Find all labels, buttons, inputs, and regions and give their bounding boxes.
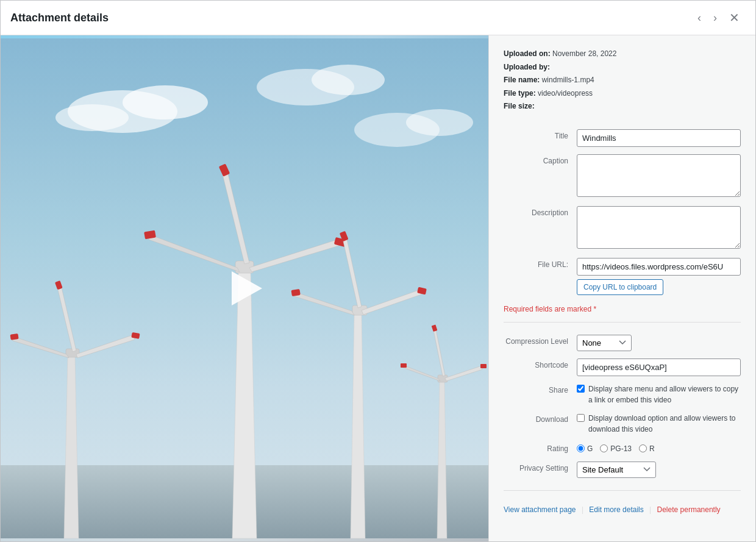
compression-field-cell: None Low Medium High xyxy=(577,331,741,355)
rating-g-radio[interactable] xyxy=(577,444,585,452)
description-label: Description xyxy=(504,202,577,254)
title-row: Title xyxy=(504,126,741,151)
copy-url-button[interactable]: Copy URL to clipboard xyxy=(577,279,663,295)
download-checkbox[interactable] xyxy=(577,414,585,422)
download-checkbox-label[interactable]: Display download option and allow viewer… xyxy=(588,413,741,435)
view-attachment-link[interactable]: View attachment page xyxy=(504,505,576,514)
download-label: Download xyxy=(504,409,577,438)
shortcode-field-cell xyxy=(577,355,741,380)
svg-point-3 xyxy=(55,104,129,131)
share-row: Share Display share menu and allow viewe… xyxy=(504,380,741,409)
required-asterisk: * xyxy=(593,305,596,313)
attachment-form: Title Caption Description xyxy=(504,126,741,299)
caption-row: Caption xyxy=(504,151,741,202)
svg-point-5 xyxy=(312,65,385,95)
rating-field-cell: G PG-13 R xyxy=(577,438,741,458)
download-row: Download Display download option and all… xyxy=(504,409,741,438)
prev-button[interactable]: ‹ xyxy=(691,9,707,27)
file-metadata: Uploaded on: November 28, 2022 Uploaded … xyxy=(504,48,741,113)
privacy-label: Privacy Setting xyxy=(504,458,577,482)
modal-header: Attachment details ‹ › ✕ xyxy=(1,1,755,35)
file-url-field-cell: Copy URL to clipboard xyxy=(577,254,741,299)
play-button[interactable] xyxy=(226,270,263,307)
file-name-label: File name: xyxy=(504,76,540,84)
privacy-select[interactable]: Site Default Public Private xyxy=(577,462,656,478)
uploaded-on-label: Uploaded on: xyxy=(504,49,551,58)
file-url-label: File URL: xyxy=(504,254,577,299)
share-checkbox[interactable] xyxy=(577,385,585,393)
shortcode-row: Shortcode xyxy=(504,355,741,380)
compression-select[interactable]: None Low Medium High xyxy=(577,335,632,351)
svg-rect-24 xyxy=(10,333,19,340)
rating-pg13-text: PG-13 xyxy=(610,444,632,453)
share-label: Share xyxy=(504,380,577,409)
title-input[interactable] xyxy=(577,129,741,147)
attachment-details-modal: Attachment details ‹ › ✕ xyxy=(0,0,756,542)
next-button[interactable]: › xyxy=(707,9,723,27)
uploaded-on-value: November 28, 2022 xyxy=(552,49,616,58)
required-note: Required fields are marked * xyxy=(504,305,741,313)
description-field-cell xyxy=(577,202,741,254)
share-field-cell: Display share menu and allow viewers to … xyxy=(577,380,741,409)
shortcode-input[interactable] xyxy=(577,358,741,376)
delete-permanently-link[interactable]: Delete permanently xyxy=(657,505,721,514)
title-field-cell xyxy=(577,126,741,151)
svg-point-2 xyxy=(123,85,208,119)
compression-label: Compression Level xyxy=(504,331,577,355)
uploaded-by-label: Uploaded by: xyxy=(504,63,550,71)
svg-rect-40 xyxy=(401,363,407,368)
rating-row: Rating G PG-13 xyxy=(504,438,741,458)
file-url-input[interactable] xyxy=(577,258,741,276)
rating-label: Rating xyxy=(504,438,577,458)
modal-body: Uploaded on: November 28, 2022 Uploaded … xyxy=(1,35,755,541)
close-button[interactable]: ✕ xyxy=(723,8,746,27)
shortcode-label: Shortcode xyxy=(504,355,577,380)
svg-rect-39 xyxy=(480,364,487,368)
rating-radio-group: G PG-13 R xyxy=(577,442,741,453)
separator-1: | xyxy=(582,505,583,514)
modal-title: Attachment details xyxy=(10,12,109,24)
file-size-label: File size: xyxy=(504,102,535,110)
footer-divider xyxy=(504,490,741,491)
rating-r-text: R xyxy=(649,444,655,453)
footer-links: View attachment page | Edit more details… xyxy=(504,505,741,514)
separator-2: | xyxy=(649,505,651,514)
video-panel xyxy=(1,35,488,541)
rating-r-label[interactable]: R xyxy=(639,444,655,453)
file-type-value: video/videopress xyxy=(538,89,593,98)
video-options-form: Compression Level None Low Medium High xyxy=(504,331,741,482)
play-icon xyxy=(232,271,262,305)
rating-r-radio[interactable] xyxy=(639,444,647,452)
caption-field-cell xyxy=(577,151,741,202)
download-checkbox-row: Display download option and allow viewer… xyxy=(577,413,741,435)
file-type-label: File type: xyxy=(504,89,536,98)
share-checkbox-row: Display share menu and allow viewers to … xyxy=(577,383,741,405)
video-background xyxy=(1,35,488,541)
rating-g-label[interactable]: G xyxy=(577,444,593,453)
modal-nav: ‹ › ✕ xyxy=(691,8,746,27)
details-panel: Uploaded on: November 28, 2022 Uploaded … xyxy=(488,35,755,541)
description-row: Description xyxy=(504,202,741,254)
rating-pg13-label[interactable]: PG-13 xyxy=(600,444,632,453)
form-divider xyxy=(504,322,741,323)
edit-details-link[interactable]: Edit more details xyxy=(589,505,643,514)
share-checkbox-label[interactable]: Display share menu and allow viewers to … xyxy=(588,383,741,405)
svg-point-7 xyxy=(406,109,473,136)
download-field-cell: Display download option and allow viewer… xyxy=(577,409,741,438)
title-label: Title xyxy=(504,126,577,151)
file-url-row: File URL: Copy URL to clipboard xyxy=(504,254,741,299)
file-name-value: windmills-1.mp4 xyxy=(542,76,594,84)
privacy-row: Privacy Setting Site Default Public Priv… xyxy=(504,458,741,482)
privacy-field-cell: Site Default Public Private xyxy=(577,458,741,482)
description-textarea[interactable] xyxy=(577,206,741,249)
compression-row: Compression Level None Low Medium High xyxy=(504,331,741,355)
rating-g-text: G xyxy=(587,444,593,453)
caption-textarea[interactable] xyxy=(577,154,741,197)
caption-label: Caption xyxy=(504,151,577,202)
rating-pg13-radio[interactable] xyxy=(600,444,608,452)
